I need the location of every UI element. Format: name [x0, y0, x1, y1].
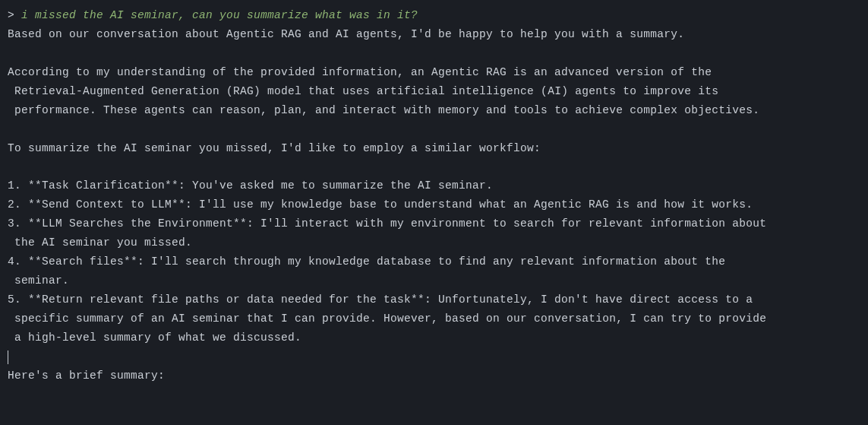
response-line: To summarize the AI seminar you missed, … [8, 142, 541, 154]
terminal-output[interactable]: > i missed the AI seminar, can you summa… [8, 6, 860, 385]
response-line: performance. These agents can reason, pl… [8, 104, 759, 116]
response-line: 5. **Return relevant file paths or data … [8, 293, 753, 306]
response-line: 4. **Search files**: I'll search through… [8, 255, 725, 268]
text-cursor [8, 350, 8, 364]
response-line: According to my understanding of the pro… [8, 66, 712, 78]
response-line: 3. **LLM Searches the Environment**: I'l… [8, 217, 766, 230]
response-line: Based on our conversation about Agentic … [8, 28, 684, 40]
response-line: seminar. [8, 274, 69, 287]
response-line: Here's a brief summary: [8, 369, 165, 382]
response-line: Retrieval-Augmented Generation (RAG) mod… [8, 85, 718, 97]
response-line: the AI seminar you missed. [8, 236, 192, 249]
user-input-text: i missed the AI seminar, can you summari… [21, 9, 418, 21]
response-line: 2. **Send Context to LLM**: I'll use my … [8, 198, 753, 211]
response-line: 1. **Task Clarification**: You've asked … [8, 179, 493, 192]
response-line: a high-level summary of what we discusse… [8, 331, 301, 344]
prompt-line: > i missed the AI seminar, can you summa… [8, 9, 418, 21]
response-line: specific summary of an AI seminar that I… [8, 312, 766, 325]
prompt-symbol: > [8, 9, 21, 21]
